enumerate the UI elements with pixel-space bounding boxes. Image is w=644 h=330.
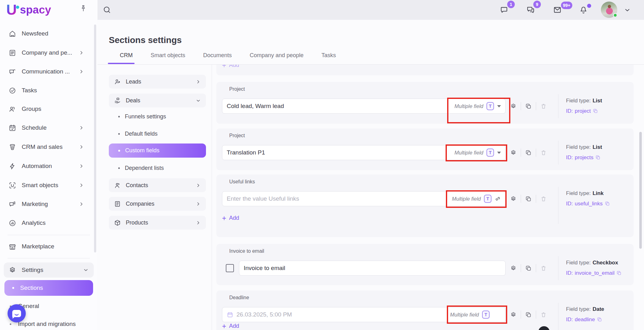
field-value-input[interactable]	[227, 195, 448, 202]
sidebar: U spacy Newsfeed Company and pe... Commu…	[0, 0, 97, 330]
sidebar-item-smart-objects[interactable]: Smart objects	[0, 176, 97, 195]
subnav-item-products[interactable]: Products	[109, 216, 206, 230]
sidebar-item-marketplace[interactable]: Marketplace	[0, 237, 97, 256]
tab-smart-objects[interactable]: Smart objects	[151, 52, 185, 64]
field-duplicate-button[interactable]	[525, 103, 532, 110]
subnav-item-deals[interactable]: Deals	[109, 94, 206, 107]
custom-fields-list: + Add Project Multiple field T	[216, 20, 634, 330]
lightning-icon	[8, 162, 16, 170]
divider	[521, 311, 521, 319]
field-settings-button[interactable]	[510, 149, 517, 156]
search-icon[interactable]	[103, 5, 111, 14]
chevron-right-icon	[79, 50, 84, 56]
chat-bubble-icon	[12, 310, 21, 317]
pin-sidebar-icon[interactable]	[79, 4, 87, 13]
sidebar-item-crm-and-sales[interactable]: CRM and sales	[0, 138, 97, 156]
sidebar-item-analytics[interactable]: Analytics	[0, 214, 97, 232]
field-actions	[510, 191, 547, 206]
copy-id-button[interactable]	[593, 108, 598, 114]
subnav-item-default-fields[interactable]: Default fields	[109, 127, 206, 141]
field-group-deadline: Deadline Multiple field T	[216, 290, 634, 330]
bell-icon[interactable]	[579, 5, 588, 14]
add-field-button[interactable]: + Add	[222, 65, 239, 68]
sidebar-item-label: Tasks	[22, 87, 37, 94]
chat-icon[interactable]	[500, 5, 509, 14]
mail-icon[interactable]	[553, 5, 562, 14]
uspacy-logo[interactable]: U spacy	[6, 2, 51, 18]
sidebar-item-sections[interactable]: Sections	[4, 280, 93, 296]
field-group-useful-links: Useful links Multiple field T	[216, 175, 634, 237]
bullet-dot	[118, 167, 120, 169]
field-info: Field type: Link ID: useful_links	[566, 188, 610, 209]
support-chat-launcher[interactable]	[8, 304, 26, 322]
subnav-item-funnels-settings[interactable]: Funnels settings	[109, 110, 206, 123]
subnav-item-custom-fields[interactable]: Custom fields	[109, 143, 206, 158]
field-delete-button[interactable]	[540, 103, 547, 110]
divider	[521, 102, 521, 110]
field-delete-button[interactable]	[540, 149, 547, 156]
contact-person-icon	[114, 182, 121, 189]
sidebar-item-tasks[interactable]: Tasks	[0, 81, 97, 100]
topbar: 1 9 99+	[97, 0, 644, 20]
field-value-input[interactable]	[244, 265, 501, 272]
analytics-icon	[8, 219, 16, 227]
sidebar-item-label: Company and pe...	[22, 49, 72, 56]
field-duplicate-button[interactable]	[525, 265, 532, 272]
field-value-input[interactable]	[227, 149, 451, 156]
sidebar-item-marketing[interactable]: Marketing	[0, 195, 97, 214]
account-chevron-down-icon[interactable]	[624, 7, 631, 14]
copy-id-button[interactable]	[595, 155, 601, 160]
group-chats-badge: 9	[533, 1, 541, 8]
field-settings-button[interactable]	[510, 265, 517, 272]
field-duplicate-button[interactable]	[525, 311, 532, 318]
sidebar-item-settings[interactable]: Settings	[4, 262, 94, 278]
copy-id-button[interactable]	[605, 201, 610, 206]
subnav-item-dependent-lists[interactable]: Dependent lists	[109, 161, 206, 175]
subnav-item-label: Funnels settings	[125, 113, 166, 120]
field-value-input[interactable]	[227, 103, 451, 110]
subnav-item-contacts[interactable]: Contacts	[109, 178, 206, 192]
field-settings-button[interactable]	[510, 196, 517, 202]
field-info: Field type: Checkbox ID: invoice_to_emai…	[566, 257, 622, 278]
content-scrollbar[interactable]	[639, 132, 642, 249]
sidebar-item-schedule[interactable]: Schedule	[0, 118, 97, 137]
field-duplicate-button[interactable]	[525, 149, 532, 156]
sidebar-item-label: Analytics	[22, 219, 46, 226]
subnav-item-companies[interactable]: Companies	[109, 197, 206, 211]
field-delete-button[interactable]	[540, 265, 547, 272]
sidebar-item-company-and-people[interactable]: Company and pe...	[0, 43, 97, 62]
chevron-right-icon	[79, 144, 84, 150]
field-settings-button[interactable]	[510, 311, 517, 318]
field-id-label: ID:	[566, 108, 573, 114]
divider	[521, 149, 521, 157]
tab-crm[interactable]: CRM	[120, 52, 133, 64]
sidebar-item-newsfeed[interactable]: Newsfeed	[0, 24, 97, 43]
sidebar-item-automation[interactable]: Automation	[0, 157, 97, 176]
field-label: Project	[229, 133, 245, 138]
field-value-input[interactable]	[236, 311, 446, 318]
logo-text: spacy	[20, 2, 51, 18]
people-icon	[8, 105, 16, 113]
copy-id-button[interactable]	[597, 317, 602, 322]
building-icon	[114, 200, 121, 208]
chevron-right-icon	[196, 79, 201, 84]
sidebar-item-communications[interactable]: Communication ...	[0, 62, 97, 81]
field-id-value: useful_links	[575, 201, 603, 207]
sidebar-item-label: Sections	[20, 284, 43, 291]
copy-id-button[interactable]	[616, 270, 622, 276]
invoice-checkbox[interactable]	[226, 264, 234, 272]
sidebar-item-groups[interactable]: Groups	[0, 100, 97, 118]
plus-icon: +	[222, 323, 226, 329]
add-value-button[interactable]: + Add	[222, 215, 239, 221]
field-delete-button[interactable]	[540, 196, 547, 202]
add-value-button[interactable]: + Add	[222, 323, 239, 329]
field-actions	[510, 145, 547, 160]
field-delete-button[interactable]	[540, 311, 547, 318]
field-type-label: Field type:	[566, 260, 591, 266]
field-duplicate-button[interactable]	[525, 196, 532, 202]
field-type-label: Field type:	[566, 306, 591, 312]
lead-person-icon	[114, 78, 121, 85]
field-settings-button[interactable]	[510, 103, 517, 110]
sidebar-scrollbar[interactable]	[94, 24, 96, 252]
subnav-item-leads[interactable]: Leads	[109, 75, 206, 89]
